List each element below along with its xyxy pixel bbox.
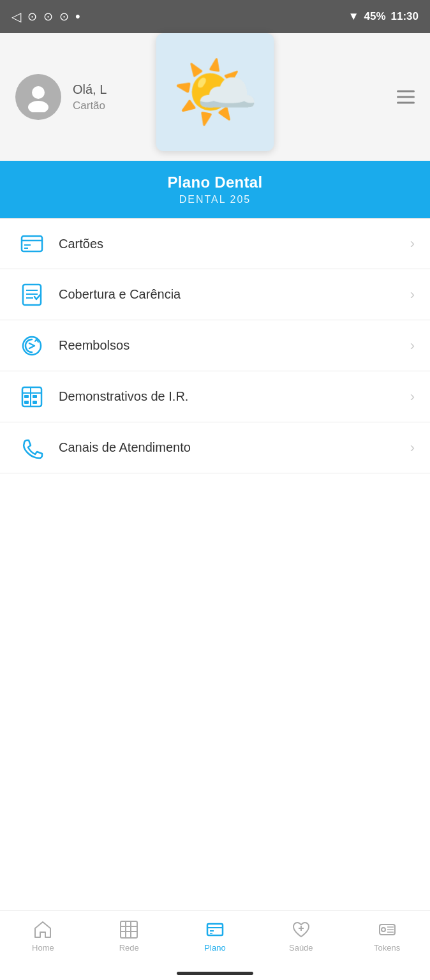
canais-label: Canais de Atendimento: [59, 440, 410, 455]
cobertura-icon-box: [15, 278, 48, 311]
cobertura-label: Cobertura e Carência: [59, 287, 410, 302]
menu-item-canais[interactable]: Canais de Atendimento ›: [0, 422, 430, 473]
svg-rect-15: [33, 395, 37, 398]
nav-item-saude[interactable]: Saúde: [258, 919, 344, 953]
cartoes-chevron: ›: [410, 235, 415, 252]
nav-item-tokens[interactable]: Tokens: [344, 919, 430, 953]
nav-rede-label: Rede: [119, 943, 139, 953]
tokens-icon: [377, 919, 397, 940]
svg-point-1: [28, 101, 48, 112]
location-icon: ◁: [11, 9, 21, 24]
menu-item-cartoes[interactable]: Cartões ›: [0, 218, 430, 269]
home-icon: [33, 919, 53, 940]
cobertura-chevron: ›: [410, 286, 415, 303]
nav-item-rede[interactable]: Rede: [86, 919, 172, 953]
svg-point-0: [32, 86, 45, 99]
menu-item-cobertura[interactable]: Cobertura e Carência ›: [0, 269, 430, 320]
plan-title: Plano Dental: [15, 174, 415, 191]
dot-icon: •: [75, 8, 80, 25]
rede-icon: [119, 919, 139, 940]
weather-overlay: 🌤️: [156, 33, 274, 151]
cartoes-label: Cartões: [59, 237, 410, 251]
svg-rect-17: [33, 401, 37, 404]
nav-item-plano[interactable]: Plano: [172, 919, 258, 953]
social-icon-2: ⊙: [43, 10, 53, 24]
svg-rect-23: [207, 924, 223, 935]
reembolsos-icon: [19, 333, 45, 359]
svg-rect-2: [22, 236, 42, 251]
hamburger-menu[interactable]: [397, 91, 415, 104]
menu-line-3: [397, 102, 415, 104]
social-icon-1: ⊙: [27, 10, 37, 24]
menu-list: Cartões › Cobertura e Carência › Re: [0, 218, 430, 473]
clock: 11:30: [391, 10, 419, 23]
bottom-nav: Home Rede Plano Saúde: [0, 910, 430, 980]
canais-icon-box: [15, 431, 48, 464]
menu-item-demonstrativos[interactable]: Demonstrativos de I.R. ›: [0, 371, 430, 422]
demonstrativos-chevron: ›: [410, 389, 415, 405]
menu-line-1: [397, 91, 415, 93]
wifi-icon: ▼: [348, 10, 359, 23]
cartoes-icon-box: [15, 227, 48, 260]
nav-tokens-label: Tokens: [374, 943, 400, 953]
user-avatar-icon: [23, 82, 54, 112]
menu-item-reembolsos[interactable]: Reembolsos ›: [0, 320, 430, 371]
nav-home-label: Home: [32, 943, 54, 953]
svg-rect-16: [24, 401, 29, 404]
svg-rect-18: [121, 921, 137, 938]
canais-icon: [19, 435, 45, 461]
canais-chevron: ›: [410, 440, 415, 456]
saude-icon: [291, 919, 311, 940]
nav-plano-label: Plano: [204, 943, 225, 953]
nav-item-home[interactable]: Home: [0, 919, 86, 953]
status-right: ▼ 45% 11:30: [348, 10, 419, 23]
reembolsos-chevron: ›: [410, 338, 415, 354]
spacer: [0, 473, 430, 544]
home-indicator: [177, 972, 253, 975]
header-text: Olá, L Cartão: [73, 82, 107, 112]
svg-rect-14: [24, 395, 29, 398]
reembolsos-label: Reembolsos: [59, 338, 410, 353]
plano-icon: [205, 919, 225, 940]
greeting-text: Olá, L: [73, 82, 107, 97]
svg-point-30: [382, 928, 385, 932]
plan-banner: Plano Dental DENTAL 205: [0, 161, 430, 218]
social-icon-3: ⊙: [59, 10, 69, 24]
status-bar: ◁ ⊙ ⊙ ⊙ • ▼ 45% 11:30: [0, 0, 430, 33]
cartoes-icon: [19, 231, 45, 256]
menu-line-2: [397, 96, 415, 98]
demonstrativos-icon: [19, 384, 45, 410]
status-left: ◁ ⊙ ⊙ ⊙ •: [11, 8, 80, 25]
avatar: [15, 74, 61, 120]
nav-saude-label: Saúde: [289, 943, 313, 953]
card-info-text: Cartão: [73, 100, 107, 112]
weather-emoji: 🌤️: [172, 51, 259, 133]
demonstrativos-icon-box: [15, 380, 48, 413]
cobertura-icon: [19, 282, 45, 308]
demonstrativos-label: Demonstrativos de I.R.: [59, 389, 410, 404]
battery-icon: 45%: [364, 10, 385, 23]
reembolsos-icon-box: [15, 329, 48, 362]
plan-subtitle: DENTAL 205: [15, 194, 415, 205]
